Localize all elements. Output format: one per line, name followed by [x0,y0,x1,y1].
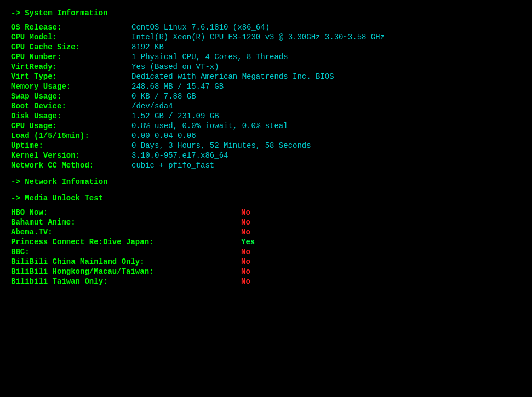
media-unlock-value: No [241,228,250,237]
system-info-row: Kernel Version:3.10.0-957.el7.x86_64 [11,151,521,160]
media-unlock-row: BBC:No [11,248,521,256]
system-info-row: VirtReady:Yes (Based on VT-x) [11,62,521,71]
media-unlock-row: BiliBili Hongkong/Macau/Taiwan:No [11,267,521,276]
media-unlock-value: No [241,248,250,256]
system-info-value: 248.68 MB / 15.47 GB [131,82,224,91]
media-unlock-row: HBO Now:No [11,208,521,217]
system-info-value: Intel(R) Xeon(R) CPU E3-1230 v3 @ 3.30GH… [131,33,385,42]
system-info-value: cubic + pfifo_fast [131,161,214,170]
media-unlock-header: -> Media Unlock Test [11,194,521,203]
media-unlock-label: HBO Now: [11,208,241,217]
system-info-value: 1.52 GB / 231.09 GB [131,112,219,120]
system-info-label: CPU Model: [11,33,131,42]
media-unlock-row: Abema.TV:No [11,228,521,237]
media-unlock-value: No [241,257,250,266]
system-info-header: -> System Information [11,9,521,18]
media-unlock-row: Bilibili Taiwan Only:No [11,277,521,286]
network-info-section: -> Network Infomation [11,177,521,186]
system-info-label: VirtReady: [11,62,131,71]
system-info-value: Dedicated with American Megatrends Inc. … [131,72,334,81]
media-unlock-label: Bilibili Taiwan Only: [11,277,241,286]
media-unlock-row: Princess Connect Re:Dive Japan:Yes [11,238,521,246]
media-unlock-row: BiliBili China Mainland Only:No [11,257,521,266]
system-info-label: Boot Device: [11,102,131,111]
media-unlock-label: Abema.TV: [11,228,241,237]
system-info-row: CPU Cache Size:8192 KB [11,43,521,51]
media-unlock-value: No [241,218,250,227]
media-unlock-section: -> Media Unlock Test HBO Now:NoBahamut A… [11,194,521,286]
media-unlock-label: Bahamut Anime: [11,218,241,227]
system-info-row: OS Release:CentOS Linux 7.6.1810 (x86_64… [11,23,521,32]
system-info-label: Load (1/5/15min): [11,131,131,140]
system-info-row: CPU Usage:0.8% used, 0.0% iowait, 0.0% s… [11,122,521,130]
media-unlock-value: Yes [241,238,255,246]
system-info-label: Virt Type: [11,72,131,81]
system-info-value: /dev/sda4 [131,102,173,111]
media-unlock-value: No [241,277,250,286]
system-info-rows: OS Release:CentOS Linux 7.6.1810 (x86_64… [11,23,521,170]
system-info-row: CPU Number:1 Physical CPU, 4 Cores, 8 Th… [11,53,521,61]
system-info-value: 0 KB / 7.88 GB [131,92,196,101]
system-info-label: OS Release: [11,23,131,32]
system-info-label: Memory Usage: [11,82,131,91]
network-info-header: -> Network Infomation [11,177,521,186]
media-unlock-label: Princess Connect Re:Dive Japan: [11,238,241,246]
system-info-label: Disk Usage: [11,112,131,120]
media-unlock-label: BBC: [11,248,241,256]
system-info-value: 0.00 0.04 0.06 [131,131,196,140]
system-info-label: Swap Usage: [11,92,131,101]
system-info-row: Memory Usage:248.68 MB / 15.47 GB [11,82,521,91]
system-info-label: CPU Cache Size: [11,43,131,51]
system-info-section: -> System Information OS Release:CentOS … [11,9,521,170]
system-info-label: Kernel Version: [11,151,131,160]
system-info-label: CPU Number: [11,53,131,61]
system-info-value: 0 Days, 3 Hours, 52 Minutes, 58 Seconds [131,141,311,150]
system-info-value: CentOS Linux 7.6.1810 (x86_64) [131,23,270,32]
system-info-row: Network CC Method:cubic + pfifo_fast [11,161,521,170]
system-info-label: Network CC Method: [11,161,131,170]
system-info-label: Uptime: [11,141,131,150]
system-info-value: Yes (Based on VT-x) [131,62,219,71]
system-info-value: 0.8% used, 0.0% iowait, 0.0% steal [131,122,288,130]
system-info-row: Virt Type:Dedicated with American Megatr… [11,72,521,81]
media-unlock-row: Bahamut Anime:No [11,218,521,227]
system-info-value: 3.10.0-957.el7.x86_64 [131,151,228,160]
media-unlock-value: No [241,267,250,276]
media-unlock-label: BiliBili Hongkong/Macau/Taiwan: [11,267,241,276]
system-info-row: Load (1/5/15min):0.00 0.04 0.06 [11,131,521,140]
system-info-row: Uptime:0 Days, 3 Hours, 52 Minutes, 58 S… [11,141,521,150]
system-info-row: Disk Usage:1.52 GB / 231.09 GB [11,112,521,120]
system-info-row: CPU Model:Intel(R) Xeon(R) CPU E3-1230 v… [11,33,521,42]
media-unlock-label: BiliBili China Mainland Only: [11,257,241,266]
media-unlock-rows: HBO Now:NoBahamut Anime:NoAbema.TV:NoPri… [11,208,521,286]
system-info-row: Boot Device:/dev/sda4 [11,102,521,111]
system-info-row: Swap Usage:0 KB / 7.88 GB [11,92,521,101]
system-info-label: CPU Usage: [11,122,131,130]
media-unlock-value: No [241,208,250,217]
system-info-value: 8192 KB [131,43,164,51]
system-info-value: 1 Physical CPU, 4 Cores, 8 Threads [131,53,288,61]
